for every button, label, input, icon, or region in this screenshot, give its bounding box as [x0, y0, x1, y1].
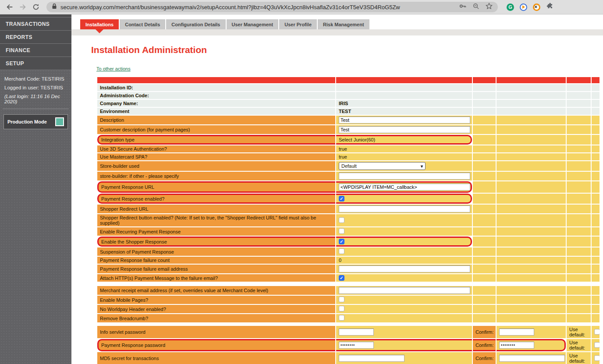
- empty-cell: [567, 181, 591, 193]
- use-default-checkbox[interactable]: [594, 329, 599, 335]
- sidebar-item-finance[interactable]: FINANCE: [0, 44, 71, 57]
- empty-cell: [473, 172, 496, 180]
- production-mode-box: Production Mode: [4, 114, 68, 129]
- sidebar-item-setup[interactable]: SETUP: [0, 57, 71, 70]
- extensions-puzzle-icon[interactable]: [546, 2, 554, 12]
- back-icon[interactable]: [4, 2, 15, 12]
- empty-cell: [567, 247, 591, 256]
- empty-cell: [497, 305, 566, 313]
- spacer-row: [97, 283, 599, 285]
- text-input[interactable]: [339, 117, 470, 124]
- empty-cell: [497, 135, 566, 145]
- page-content: InstallationsContact DetailsConfiguratio…: [71, 14, 603, 364]
- checkbox[interactable]: [339, 306, 344, 311]
- checkbox[interactable]: [339, 315, 344, 321]
- empty-cell: [473, 227, 496, 236]
- zoom-out-icon[interactable]: [473, 3, 479, 11]
- empty-cell: [567, 265, 591, 273]
- tab-user-management[interactable]: User Management: [227, 19, 279, 29]
- checkbox[interactable]: [339, 217, 344, 223]
- extension-icon-blue[interactable]: [520, 4, 527, 11]
- confirm-label-cell: Confirm:: [473, 339, 496, 351]
- checkbox[interactable]: [339, 248, 344, 254]
- url-text[interactable]: secure.worldpay.com/merchant/businessgat…: [60, 4, 456, 11]
- text-input[interactable]: [339, 265, 470, 272]
- confirm-input[interactable]: [499, 329, 534, 336]
- sidebar-item-home[interactable]: HOME: [0, 14, 71, 18]
- tab-installations[interactable]: Installations: [80, 19, 119, 29]
- checkbox[interactable]: [339, 228, 344, 234]
- sidebar-item-transactions[interactable]: TRANSACTIONS: [0, 18, 71, 31]
- empty-cell: [473, 194, 496, 204]
- empty-cell: [592, 237, 599, 247]
- merchant-code: Merchant Code: TESTIRIS: [4, 76, 67, 81]
- empty-cell: [497, 237, 566, 247]
- to-other-actions-link[interactable]: To other actions: [96, 66, 131, 71]
- empty-cell: [567, 286, 591, 295]
- empty-cell: [592, 257, 599, 264]
- field-value-cell: ✓: [336, 194, 472, 204]
- empty-cell: [473, 257, 496, 264]
- field-value-cell: ✓: [336, 237, 472, 247]
- text-input[interactable]: [339, 126, 470, 133]
- bookmark-star-icon[interactable]: [486, 3, 493, 11]
- table-row: Enable Mobile Pages?: [97, 296, 599, 304]
- empty-cell: [473, 125, 496, 134]
- refresh-icon[interactable]: [31, 2, 41, 12]
- table-row: Administration Code:: [97, 92, 599, 99]
- use-default-checkbox[interactable]: [594, 342, 599, 348]
- use-default-checkbox[interactable]: [594, 355, 599, 361]
- table-row: Integration typeSelect Junior(60): [97, 135, 599, 145]
- password-input[interactable]: [339, 355, 404, 362]
- empty-cell: [592, 227, 599, 236]
- tab-user-profile[interactable]: User Profile: [279, 19, 317, 29]
- text-input[interactable]: [339, 205, 470, 212]
- empty-cell: [567, 145, 591, 152]
- text-input[interactable]: [339, 287, 470, 294]
- confirm-input[interactable]: [499, 342, 534, 349]
- checkbox[interactable]: ✓: [339, 239, 344, 244]
- password-input[interactable]: [339, 329, 374, 336]
- grammarly-extension-icon[interactable]: G: [507, 4, 514, 11]
- table-row: Info servlet passwordConfirm:Use default…: [97, 326, 599, 338]
- empty-cell: [567, 274, 591, 282]
- empty-cell: [497, 257, 566, 264]
- empty-cell: [473, 145, 496, 152]
- empty-cell: [567, 116, 591, 124]
- password-input[interactable]: [339, 342, 374, 349]
- empty-cell: [592, 135, 599, 145]
- tab-risk-management[interactable]: Risk Management: [318, 19, 369, 29]
- table-row: Remove Breadcrumb?: [97, 314, 599, 322]
- extension-icon-orange[interactable]: ✕: [533, 4, 540, 11]
- table-row: Payment Response URL: [97, 181, 599, 193]
- padlock-icon: [52, 3, 57, 11]
- text-input[interactable]: [339, 173, 470, 180]
- checkbox[interactable]: ✓: [339, 275, 344, 281]
- empty-cell: [497, 125, 566, 134]
- table-row: Merchant receipt email address (if set, …: [97, 286, 599, 295]
- empty-cell: [497, 100, 566, 107]
- forward-icon[interactable]: [18, 2, 28, 12]
- merchant-info: Merchant Code: TESTIRIS Logged in user: …: [0, 70, 71, 104]
- empty-cell: [497, 161, 566, 171]
- empty-cell: [497, 84, 566, 91]
- field-label: Enable Recurring Payment Response: [97, 227, 335, 236]
- empty-cell: [567, 92, 591, 99]
- table-row: Shopper Redirect URL: [97, 205, 599, 213]
- address-bar[interactable]: secure.worldpay.com/merchant/businessgat…: [46, 2, 498, 12]
- text-input[interactable]: [339, 184, 470, 191]
- tab-configuration-details[interactable]: Configuration Details: [166, 19, 225, 29]
- empty-cell: [497, 286, 566, 295]
- checkbox[interactable]: ✓: [339, 196, 344, 201]
- sidebar-item-reports[interactable]: REPORTS: [0, 31, 71, 44]
- confirm-input[interactable]: [499, 355, 565, 362]
- empty-cell: [592, 314, 599, 322]
- select-input[interactable]: Default▾: [339, 162, 426, 170]
- field-label: No Worldpay Header enabled?: [97, 305, 335, 313]
- confirm-label-cell: Confirm:: [473, 326, 496, 338]
- tab-contact-details[interactable]: Contact Details: [120, 19, 165, 29]
- key-icon[interactable]: [459, 3, 467, 11]
- checkbox[interactable]: [339, 297, 344, 302]
- empty-cell: [592, 296, 599, 304]
- production-mode-indicator[interactable]: [55, 117, 64, 126]
